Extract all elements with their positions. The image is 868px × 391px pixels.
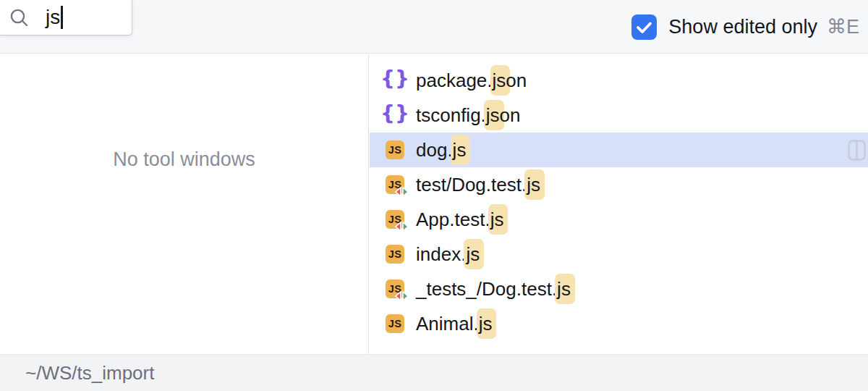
status-bar: ~/WS/ts_import	[0, 354, 868, 391]
json-file-icon: {}	[386, 106, 404, 125]
open-in-split-icon[interactable]	[848, 140, 866, 161]
file-name-post: on	[506, 70, 527, 91]
search-box[interactable]: js	[0, 0, 132, 35]
checkbox-checked-icon[interactable]	[631, 14, 657, 40]
js-test-file-icon: JS	[386, 279, 404, 298]
js-file-icon: JS	[386, 314, 404, 333]
search-input[interactable]: js	[46, 6, 60, 29]
match-highlight: js	[464, 239, 484, 269]
js-test-file-icon: JS	[386, 210, 404, 229]
test-badge-icon	[394, 221, 409, 232]
file-name-pre: tsconfig.	[416, 104, 486, 126]
file-row[interactable]: JS App.test.js	[370, 202, 868, 237]
match-highlight: js	[488, 204, 509, 235]
search-icon	[9, 8, 29, 28]
js-file-icon: JS	[386, 140, 404, 159]
file-icon: JS	[386, 314, 404, 333]
empty-state-text: No tool windows	[0, 148, 368, 171]
match-highlight: js	[477, 308, 497, 339]
file-name-pre: dog.	[416, 139, 453, 161]
file-icon: JS	[386, 140, 404, 159]
file-name-pre: package.	[416, 70, 493, 91]
file-row[interactable]: {} tsconfig.json	[370, 98, 868, 133]
test-badge-icon	[394, 186, 409, 198]
file-name: App.test.js	[416, 209, 503, 231]
file-name-pre: Animal.	[416, 313, 479, 335]
file-name: _tests_/Dog.test.js	[416, 278, 571, 300]
file-name: package.json	[416, 70, 527, 92]
file-name: test/Dog.test.js	[416, 174, 540, 196]
text-caret	[61, 6, 63, 29]
match-highlight: js	[524, 169, 545, 200]
file-row[interactable]: {} package.json	[370, 63, 868, 98]
tool-windows-panel: No tool windows	[0, 54, 369, 354]
match-highlight: js	[555, 274, 575, 304]
toggle-shortcut: ⌘E	[827, 15, 859, 38]
file-name: index.js	[416, 243, 480, 266]
file-row[interactable]: JS test/Dog.test.js	[370, 167, 868, 202]
js-test-file-icon: JS	[386, 175, 404, 194]
file-name: tsconfig.json	[416, 104, 521, 127]
file-row[interactable]: JS _tests_/Dog.test.js	[370, 272, 868, 306]
json-file-icon: {}	[386, 71, 404, 90]
file-name: dog.js	[416, 139, 466, 161]
file-name-post: on	[500, 104, 521, 126]
toggle-label: Show edited only	[668, 16, 817, 38]
file-name: Animal.js	[416, 313, 492, 335]
file-list[interactable]: {} package.json {} tsconfig.json JS dog.…	[370, 54, 868, 354]
project-path: ~/WS/ts_import	[25, 362, 154, 384]
file-name-pre: _tests_/Dog.test.	[416, 278, 557, 300]
js-file-icon: JS	[386, 245, 404, 264]
file-row[interactable]: JS Animal.js	[370, 306, 868, 341]
match-highlight: js	[451, 135, 471, 165]
file-name-pre: App.test.	[416, 209, 490, 230]
show-edited-only-toggle[interactable]: Show edited only ⌘E	[631, 0, 859, 54]
file-row[interactable]: JS dog.js	[370, 133, 868, 167]
recent-files-popup: Recent Files js Show edited only ⌘E No t…	[0, 0, 868, 391]
test-badge-icon	[394, 290, 409, 302]
file-icon: JS	[386, 245, 404, 264]
file-row[interactable]: JS index.js	[370, 237, 868, 272]
file-name-pre: index.	[416, 243, 466, 265]
file-name-pre: test/Dog.test.	[416, 174, 527, 196]
popup-header: Recent Files js Show edited only ⌘E	[0, 0, 868, 54]
